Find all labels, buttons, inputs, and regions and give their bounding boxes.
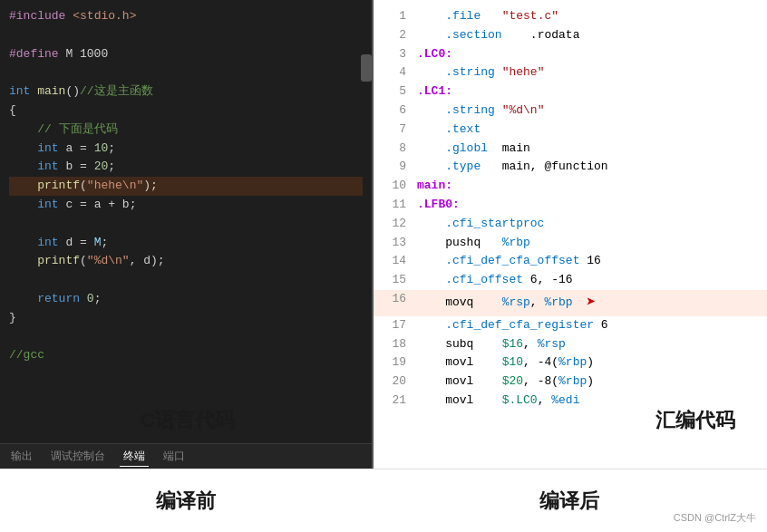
asm-line: 13 pushq %rbp [374, 234, 767, 253]
tab-终端[interactable]: 终端 [120, 447, 149, 467]
code-editor: #include <stdio.h> #define M 1000 int ma… [0, 0, 372, 443]
asm-line: 10main: [374, 177, 767, 196]
bottom-tabs: 输出调试控制台终端端口 [0, 443, 372, 469]
code-line [9, 271, 363, 290]
code-line: //gcc [9, 346, 363, 365]
tab-调试控制台[interactable]: 调试控制台 [47, 447, 109, 466]
asm-line: 9 .type main, @function [374, 158, 767, 177]
asm-line: 19 movl $10, -4(%rbp) [374, 353, 767, 372]
code-line: int a = 10; [9, 140, 363, 159]
code-line: // 下面是代码 [9, 121, 363, 140]
code-line: #define M 1000 [9, 45, 363, 64]
asm-line: 1 .file "test.c" [374, 7, 767, 26]
right-pane: 1 .file "test.c"2 .section .rodata3.LC0:… [374, 0, 767, 469]
asm-line: 16 movq %rsp, %rbp ➤ [374, 290, 767, 316]
asm-line: 15 .cfi_offset 6, -16 [374, 271, 767, 290]
code-line: printf("hehe\n"); [9, 177, 363, 196]
code-line: int c = a + b; [9, 196, 363, 215]
asm-line: 7 .text [374, 121, 767, 140]
asm-line: 14 .cfi_def_cfa_offset 16 [374, 252, 767, 271]
after-label: 编译后 [372, 488, 767, 515]
code-line: { [9, 102, 363, 121]
asm-line: 4 .string "hehe" [374, 63, 767, 82]
asm-line: 17 .cfi_def_cfa_register 6 [374, 316, 767, 335]
code-line [9, 63, 363, 82]
code-line: #include <stdio.h> [9, 7, 363, 26]
asm-line: 12 .cfi_startproc [374, 215, 767, 234]
asm-line: 20 movl $20, -8(%rbp) [374, 372, 767, 392]
asm-code-label: 汇编代码 [655, 407, 735, 434]
tab-输出[interactable]: 输出 [7, 447, 36, 466]
code-line: int d = M; [9, 234, 363, 253]
watermark: CSDN @CtrlZ大牛 [674, 511, 756, 525]
code-line [9, 215, 363, 234]
tab-端口[interactable]: 端口 [160, 447, 189, 466]
asm-line: 8 .globl main [374, 140, 767, 159]
asm-line: 5.LC1: [374, 82, 767, 102]
code-line: } [9, 309, 363, 328]
asm-line: 11.LFB0: [374, 196, 767, 215]
code-line: int b = 20; [9, 158, 363, 177]
content-area: #include <stdio.h> #define M 1000 int ma… [0, 0, 767, 469]
asm-line: 6 .string "%d\n" [374, 102, 767, 121]
code-line: printf("%d\n", d); [9, 252, 363, 271]
main-container: #include <stdio.h> #define M 1000 int ma… [0, 0, 767, 532]
asm-line: 2 .section .rodata [374, 26, 767, 45]
bottom-labels: 编译前 编译后 [0, 469, 767, 532]
asm-line: 18 subq $16, %rsp [374, 335, 767, 354]
code-line: int main()//这是主函数 [9, 82, 363, 102]
asm-line: 3.LC0: [374, 45, 767, 64]
code-line [9, 26, 363, 45]
before-label: 编译前 [0, 488, 372, 515]
left-pane: #include <stdio.h> #define M 1000 int ma… [0, 0, 372, 469]
code-line: return 0; [9, 290, 363, 309]
c-code-label: C语言代码 [141, 407, 235, 434]
scrollbar[interactable] [361, 54, 372, 82]
code-line [9, 328, 363, 347]
